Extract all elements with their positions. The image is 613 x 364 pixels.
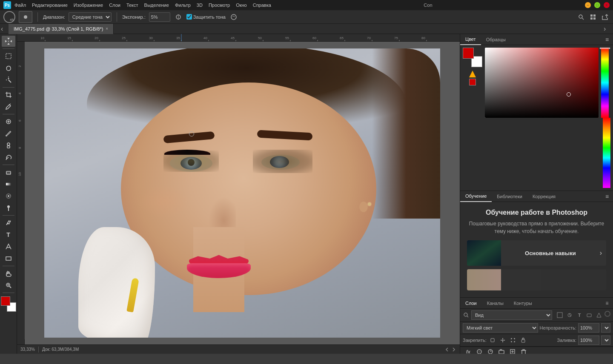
tab-expand-icon[interactable]: › <box>604 25 611 33</box>
path-selection-tool[interactable] <box>2 241 15 252</box>
minimize-button[interactable]: − <box>585 2 591 8</box>
hue-slider[interactable] <box>601 48 609 118</box>
opacity-input[interactable] <box>578 323 599 333</box>
protect-tones-checkbox[interactable]: Защитить тона <box>186 14 226 20</box>
maximize-button[interactable]: □ <box>594 2 600 8</box>
fg-swatch[interactable] <box>463 48 474 59</box>
eraser-tool[interactable] <box>2 167 15 178</box>
menu-help[interactable]: Справка <box>253 3 271 8</box>
tab-close-button[interactable]: × <box>106 26 108 31</box>
learn-card-second[interactable] <box>467 269 606 290</box>
canvas-viewport[interactable] <box>25 42 460 344</box>
crop-tool[interactable] <box>2 89 15 100</box>
eyedropper-tool[interactable] <box>2 101 15 112</box>
learn-body: Обучение работе в Photoshop Пошаговые ру… <box>460 202 613 297</box>
color-swatches <box>1 296 16 312</box>
svg-text:20: 20 <box>95 36 98 40</box>
history-brush-tool[interactable] <box>2 152 15 163</box>
zoom-tool[interactable] <box>2 280 15 291</box>
menu-layers[interactable]: Слои <box>109 3 120 8</box>
protect-tones-input[interactable] <box>186 14 192 20</box>
svg-text:80: 80 <box>421 36 425 40</box>
fill-dropdown[interactable] <box>601 336 610 345</box>
tab-layers[interactable]: Слои <box>460 298 482 309</box>
healing-brush-tool[interactable] <box>2 116 15 127</box>
menu-image[interactable]: Изображение <box>74 3 103 8</box>
brush-tool[interactable] <box>2 128 15 139</box>
tab-samples[interactable]: Образцы <box>481 34 511 45</box>
layer-filter-adjustment[interactable] <box>565 311 574 319</box>
layer-filter-text[interactable]: T <box>575 311 584 319</box>
svg-text:70: 70 <box>367 36 371 40</box>
calla-lily <box>70 219 176 338</box>
lock-artboard-icon[interactable] <box>509 336 517 344</box>
layer-filter-shape[interactable] <box>585 311 593 319</box>
learn-card-basics[interactable]: Основные навыки › <box>467 240 606 266</box>
gradient-tool[interactable] <box>2 179 15 190</box>
color-spectrum[interactable] <box>485 48 599 118</box>
brush-preview[interactable] <box>19 11 32 23</box>
menu-window[interactable]: Окно <box>236 3 247 8</box>
color-alert-swatch[interactable] <box>469 79 476 85</box>
blur-tool[interactable] <box>2 191 15 202</box>
tab-learn[interactable]: Обучение <box>460 191 492 202</box>
color-panel-menu[interactable]: ≡ <box>603 35 611 44</box>
menu-text[interactable]: Текст <box>126 3 138 8</box>
move-tool[interactable] <box>2 36 15 47</box>
tab-collapse-icon[interactable]: ‹ <box>1 25 9 33</box>
menu-filter[interactable]: Фильтр <box>175 3 191 8</box>
pen-tool[interactable] <box>2 217 15 228</box>
fill-input[interactable] <box>578 336 599 345</box>
layer-filter-select[interactable]: Вид <box>471 310 552 320</box>
menu-file[interactable]: Файл <box>14 3 26 8</box>
exposure-input[interactable] <box>149 12 170 22</box>
layer-delete-button[interactable] <box>519 347 528 354</box>
eyeshadow-right <box>253 150 312 173</box>
menu-edit[interactable]: Редактирование <box>32 3 68 8</box>
nav-left-icon[interactable] <box>444 347 450 352</box>
layer-fx-button[interactable]: fx <box>464 347 473 354</box>
arrange-icon[interactable] <box>588 12 598 22</box>
menu-select[interactable]: Выделение <box>144 3 169 8</box>
hand-tool[interactable] <box>2 268 15 279</box>
tab-contours[interactable]: Контуры <box>509 298 537 309</box>
opacity-dropdown[interactable] <box>601 323 610 333</box>
text-tool[interactable]: T <box>2 229 15 240</box>
color-picker-area[interactable] <box>485 48 599 188</box>
tab-channels[interactable]: Каналы <box>482 298 509 309</box>
tab-color[interactable]: Цвет <box>460 34 481 45</box>
close-button[interactable]: × <box>604 2 610 8</box>
range-select[interactable]: Средние тона <box>69 12 112 22</box>
menu-3d[interactable]: 3D <box>197 3 203 8</box>
nav-right-icon[interactable] <box>451 347 456 352</box>
search-icon[interactable] <box>576 12 586 22</box>
learn-panel-menu[interactable]: ≡ <box>603 192 611 201</box>
tab-correction[interactable]: Коррекция <box>527 191 561 202</box>
tab-libraries[interactable]: Библиотеки <box>492 191 527 202</box>
lock-move-icon[interactable] <box>498 336 507 344</box>
layers-panel-menu[interactable]: ≡ <box>603 299 611 307</box>
document-tab[interactable]: IMG_4775.psd @ 33,3% (Слой 1, RGB/8*) × <box>9 24 114 34</box>
layer-mask-button[interactable] <box>475 347 484 354</box>
fill-label: Заливка: <box>557 338 576 343</box>
dodge-tool[interactable] <box>2 202 15 213</box>
lock-pixel-icon[interactable] <box>488 336 497 344</box>
magic-wand-tool[interactable] <box>2 74 15 85</box>
clone-stamp-tool[interactable] <box>2 140 15 151</box>
layer-filter-toggle[interactable] <box>604 311 610 317</box>
blend-mode-select[interactable]: Мягкий свет <box>463 323 538 333</box>
window-controls: − □ × <box>585 2 610 8</box>
menu-view[interactable]: Просмотр <box>209 3 230 8</box>
layer-new-button[interactable] <box>508 347 517 354</box>
share-icon[interactable] <box>600 12 610 22</box>
layer-filter-smart[interactable] <box>595 311 603 319</box>
layer-filter-pixel[interactable] <box>556 311 564 319</box>
lock-all-icon[interactable] <box>519 336 527 344</box>
lasso-tool[interactable] <box>2 63 15 74</box>
marquee-tool[interactable] <box>2 51 15 62</box>
sat-slider[interactable] <box>603 118 610 188</box>
layer-group-button[interactable] <box>497 347 506 354</box>
foreground-color-swatch[interactable] <box>1 296 10 306</box>
layer-adjustment-button[interactable] <box>486 347 495 354</box>
rectangle-tool[interactable] <box>2 253 15 264</box>
